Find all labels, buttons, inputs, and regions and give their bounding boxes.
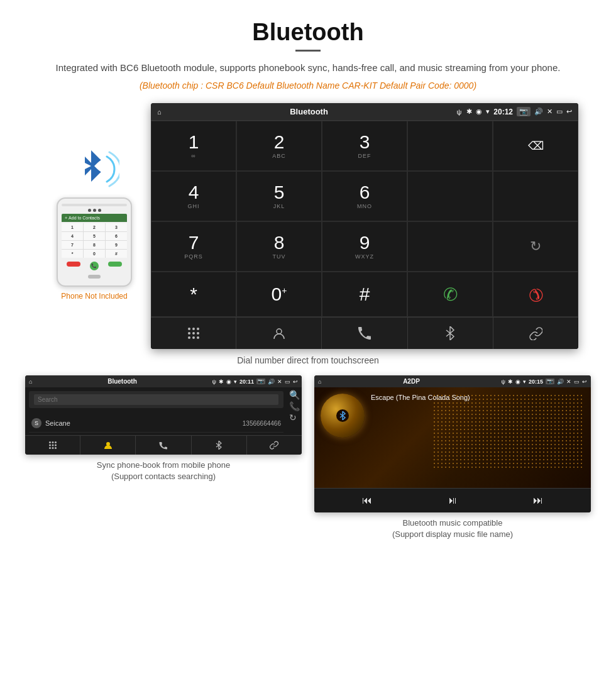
location-icon: ◉ <box>476 108 482 116</box>
album-bt-icon <box>336 409 349 422</box>
page-title: Bluetooth <box>38 19 578 46</box>
close-icon[interactable]: ✕ <box>547 108 553 116</box>
phonebook-screen: ⌂ Bluetooth ψ ✱ ◉ ▾ 20:11 📷 🔊 ✕ ▭ ↩ <box>25 375 302 455</box>
key-7[interactable]: 7 PQRS <box>151 221 236 272</box>
phone-mock: + Add to Contacts 123 456 789 *0# 📞 <box>57 197 132 287</box>
main-caption: Dial number direct from touchscreen <box>0 349 616 375</box>
key-5[interactable]: 5 JKL <box>236 171 322 221</box>
backspace-key[interactable]: ⌫ <box>493 121 578 171</box>
pb-back-icon[interactable]: ↩ <box>293 379 298 385</box>
key-6[interactable]: 6 MNO <box>322 171 407 221</box>
status-icons: ✱ ◉ ▾ 20:12 📷 🔊 ✕ ▭ ↩ <box>466 107 572 116</box>
pb-refresh-icon[interactable]: ↻ <box>289 412 300 423</box>
dialpad-button[interactable] <box>151 318 236 349</box>
svg-point-6 <box>188 332 190 335</box>
pb-search-input[interactable] <box>34 394 278 405</box>
pb-usb-icon: ψ <box>212 379 216 385</box>
phone-illustration: + Add to Contacts 123 456 789 *0# 📞 Phon… <box>38 103 151 301</box>
pb-close-icon[interactable]: ✕ <box>277 379 282 385</box>
pb-contact-list: S Seicane 13566664466 <box>25 412 287 435</box>
pb-contact-letter: S <box>31 418 41 428</box>
music-close-icon[interactable]: ✕ <box>566 379 571 385</box>
play-pause-button[interactable]: ⏯ <box>448 495 458 506</box>
page-header: Bluetooth Integrated with BC6 Bluetooth … <box>0 0 616 97</box>
window-icon[interactable]: ▭ <box>556 108 563 116</box>
main-content-area: + Add to Contacts 123 456 789 *0# 📞 Phon… <box>0 97 616 349</box>
pb-search-icon[interactable]: 🔍 <box>289 390 300 400</box>
svg-point-16 <box>49 445 51 446</box>
call-button[interactable]: ✆ <box>407 272 493 317</box>
svg-point-19 <box>49 447 51 449</box>
music-volume-icon[interactable]: 🔊 <box>557 379 564 385</box>
pb-link-btn[interactable] <box>247 436 302 455</box>
svg-point-18 <box>55 445 57 446</box>
pb-home-icon[interactable]: ⌂ <box>29 379 32 385</box>
svg-point-12 <box>277 329 282 334</box>
pb-dialpad-btn[interactable] <box>25 436 80 455</box>
empty-cell-1 <box>407 121 493 171</box>
music-time: 20:15 <box>529 379 543 385</box>
key-2[interactable]: 2 ABC <box>236 121 322 171</box>
camera-icon[interactable]: 📷 <box>517 107 531 116</box>
bottom-section: ⌂ Bluetooth ψ ✱ ◉ ▾ 20:11 📷 🔊 ✕ ▭ ↩ <box>0 375 616 553</box>
page-description: Integrated with BC6 Bluetooth module, su… <box>38 60 578 75</box>
music-window-icon[interactable]: ▭ <box>574 379 580 385</box>
car-screen-dialpad: ⌂ Bluetooth ψ ✱ ◉ ▾ 20:12 📷 🔊 ✕ ▭ ↩ 1 ∞ <box>151 103 578 349</box>
svg-point-5 <box>197 328 199 330</box>
svg-point-21 <box>55 447 57 449</box>
music-status-bar: ⌂ A2DP ψ ✱ ◉ ▾ 20:15 📷 🔊 ✕ ▭ ↩ <box>314 375 591 387</box>
pb-phone-btn[interactable] <box>136 436 191 455</box>
svg-point-15 <box>55 441 57 443</box>
key-0[interactable]: 0+ <box>236 272 322 317</box>
volume-icon[interactable]: 🔊 <box>534 108 543 116</box>
pb-main-area: S Seicane 13566664466 <box>25 387 287 435</box>
song-title: Escape (The Pina Colada Song) <box>371 394 585 401</box>
signal-icon: ▾ <box>486 108 490 116</box>
status-bar: ⌂ Bluetooth ψ ✱ ◉ ▾ 20:12 📷 🔊 ✕ ▭ ↩ <box>151 103 578 120</box>
key-1[interactable]: 1 ∞ <box>151 121 236 171</box>
pb-call-icon[interactable]: 📞 <box>289 401 300 411</box>
pb-contacts-btn[interactable] <box>80 436 136 455</box>
page-specs: (Bluetooth chip : CSR BC6 Default Blueto… <box>38 80 578 91</box>
svg-point-17 <box>52 445 53 446</box>
pb-window-icon[interactable]: ▭ <box>285 379 290 385</box>
music-back-icon[interactable]: ↩ <box>582 379 587 385</box>
prev-button[interactable]: ⏮ <box>362 495 372 506</box>
status-time: 20:12 <box>493 108 513 116</box>
key-4[interactable]: 4 GHI <box>151 171 236 221</box>
title-divider <box>295 50 321 52</box>
svg-point-13 <box>49 441 51 443</box>
link-button[interactable] <box>493 318 578 349</box>
empty-cell-3 <box>493 171 578 221</box>
phonebook-caption: Sync phone-book from mobile phone(Suppor… <box>97 460 230 482</box>
svg-point-10 <box>192 336 195 339</box>
pb-volume-icon[interactable]: 🔊 <box>268 379 275 385</box>
refresh-key[interactable]: ↻ <box>493 221 578 272</box>
key-star[interactable]: * <box>151 272 236 317</box>
svg-point-11 <box>197 336 199 339</box>
pb-contact-item[interactable]: S Seicane 13566664466 <box>29 414 283 433</box>
empty-cell-2 <box>407 171 493 221</box>
music-camera-icon[interactable]: 📷 <box>546 379 554 384</box>
key-3[interactable]: 3 DEF <box>322 121 407 171</box>
pb-camera-icon[interactable]: 📷 <box>256 379 265 384</box>
contacts-button[interactable] <box>236 318 322 349</box>
key-hash[interactable]: # <box>322 272 407 317</box>
bluetooth-button[interactable] <box>408 318 493 349</box>
back-icon[interactable]: ↩ <box>566 108 572 116</box>
pb-loc-icon: ◉ <box>226 379 231 385</box>
key-9[interactable]: 9 WXYZ <box>322 221 407 272</box>
phone-label: Phone Not Included <box>61 292 127 301</box>
pb-sidebar: 🔍 📞 ↻ <box>287 387 302 435</box>
music-home-icon[interactable]: ⌂ <box>318 379 321 385</box>
pb-status-bar: ⌂ Bluetooth ψ ✱ ◉ ▾ 20:11 📷 🔊 ✕ ▭ ↩ <box>25 375 302 387</box>
key-8[interactable]: 8 TUV <box>236 221 322 272</box>
end-call-button[interactable]: ✆ <box>493 272 578 317</box>
pb-bt-btn[interactable] <box>192 436 247 455</box>
bluetooth-signal-icon <box>75 141 113 191</box>
phone-button[interactable] <box>322 318 407 349</box>
empty-cell-4 <box>407 221 493 272</box>
home-icon[interactable]: ⌂ <box>157 108 162 116</box>
next-button[interactable]: ⏭ <box>533 495 543 506</box>
music-loc-icon: ◉ <box>515 379 520 385</box>
